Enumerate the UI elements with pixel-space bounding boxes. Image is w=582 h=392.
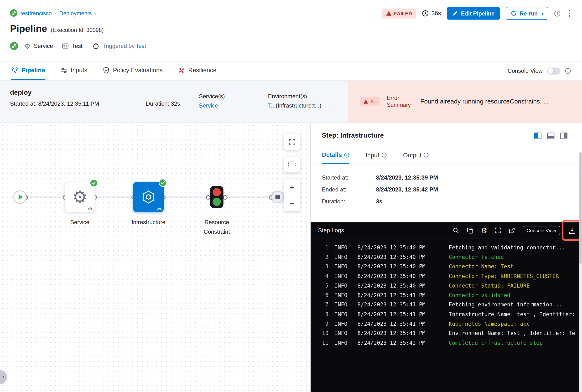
shield-check-icon [103, 67, 110, 74]
environment-icon [62, 43, 69, 49]
error-badge-label: F... [370, 99, 377, 104]
log-message: Environment Name: Test , Identifier: Te [449, 329, 575, 338]
start-node[interactable] [13, 190, 27, 204]
log-message: Connector Type: KUBERNETES_CLUSTER [449, 272, 559, 281]
code-tag: </> [88, 207, 93, 211]
main-content: ⚙ </> </> S [0, 123, 582, 392]
node-label-resource-constraint: Resource Constraint [193, 218, 241, 237]
more-options-menu[interactable] [566, 8, 572, 18]
services-label: Service(s) [199, 93, 225, 100]
node-infrastructure[interactable]: </> [133, 182, 164, 212]
environment-infra-text: (Infrastructure: [276, 102, 313, 108]
panel-collapse-handle[interactable]: ‹ [0, 370, 7, 384]
copy-icon[interactable] [467, 227, 473, 234]
log-line-number: 9 [318, 319, 329, 329]
rerun-button[interactable]: Re-run ▾ [506, 7, 548, 20]
log-timestamp: 8/24/2023 12:35:40 PM [358, 252, 449, 262]
log-settings-gear-icon[interactable]: ⚙ [481, 227, 487, 234]
stage-summary-bar: deploy Started at: 8/24/2023, 12:35:11 P… [0, 80, 582, 123]
pipeline-meta-row: ⚙ Service Test Triggered by test [10, 41, 146, 51]
zoom-in-button[interactable]: + [284, 179, 300, 195]
log-line: 8INFO8/24/2023 12:35:41 PMInfrastructure… [311, 310, 582, 319]
tab-details[interactable]: Details [322, 152, 349, 164]
log-timestamp: 8/24/2023 12:35:40 PM [358, 243, 449, 252]
log-level: INFO [334, 300, 354, 310]
log-line-number: 7 [318, 300, 329, 310]
triggered-by-user-link[interactable]: test [137, 43, 146, 49]
service-link[interactable]: Service [199, 102, 218, 108]
end-node[interactable] [271, 191, 284, 204]
log-level: INFO [334, 329, 354, 338]
gear-icon: ⚙ [72, 188, 87, 206]
layout-split-left-icon[interactable] [534, 132, 541, 139]
page-title: Pipeline [10, 23, 47, 34]
log-timestamp: 8/24/2023 12:35:40 PM [358, 262, 449, 272]
tab-resilience[interactable]: Resilience [178, 62, 216, 80]
step-details-grid: Started at: 8/24/2023, 12:35:39 PM Ended… [311, 164, 582, 205]
log-level: INFO [334, 262, 354, 272]
tab-inputs[interactable]: Inputs [61, 62, 87, 80]
search-icon[interactable] [453, 227, 459, 234]
log-level: INFO [334, 338, 354, 348]
marquee-select-button[interactable] [284, 157, 300, 173]
success-check-icon [90, 179, 98, 188]
tab-input[interactable]: Input [366, 152, 387, 164]
fit-to-screen-button[interactable] [284, 134, 300, 150]
console-view-button[interactable]: Console View [523, 226, 560, 235]
environment-link[interactable]: T... [268, 102, 276, 108]
tab-policy-label: Policy Evaluations [113, 67, 162, 74]
download-logs-button[interactable] [568, 226, 576, 234]
error-summary-label: Error Summary [387, 94, 414, 108]
layout-split-bottom-icon[interactable] [547, 132, 554, 139]
info-icon [381, 152, 387, 158]
status-badge: FAILED [382, 8, 416, 18]
services-value: Service [199, 102, 218, 109]
node-resource-constraint[interactable] [210, 186, 224, 208]
log-line: 2INFO8/24/2023 12:35:40 PMConnector fetc… [311, 252, 582, 262]
tab-policy-evaluations[interactable]: Policy Evaluations [103, 62, 162, 80]
tab-inputs-label: Inputs [71, 67, 87, 74]
tab-output[interactable]: Output [403, 152, 429, 164]
log-message: Kubernetes Namespace: abc [449, 319, 530, 329]
zoom-out-button[interactable]: − [284, 195, 300, 211]
open-external-icon[interactable] [509, 228, 515, 234]
infrastructure-hexagon-icon [141, 189, 156, 205]
console-view-toggle[interactable] [547, 67, 560, 74]
step-logs-title: Step Logs [318, 227, 344, 234]
rerun-label: Re-run [520, 10, 538, 16]
pipeline-canvas[interactable]: ⚙ </> </> S [0, 123, 310, 392]
layout-split-right-icon[interactable] [560, 132, 567, 139]
environments-value: T...(Infrastructure:t...) [268, 102, 322, 109]
detail-row: Ended at: 8/24/2023, 12:35:42 PM [322, 186, 582, 193]
stage-duration: Duration: 32s [146, 100, 180, 107]
breadcrumb-deployments-link[interactable]: Deployments [59, 10, 92, 16]
info-icon[interactable] [565, 68, 571, 74]
log-timestamp: 8/24/2023 12:35:40 PM [358, 281, 449, 291]
error-summary-zone: F... Error Summary Found already running… [348, 80, 582, 122]
log-line: 1INFO8/24/2023 12:35:40 PMFetching and v… [311, 243, 582, 252]
stage-name: deploy [10, 89, 32, 96]
log-line-number: 2 [318, 252, 329, 262]
info-icon[interactable] [554, 10, 560, 16]
execution-link-icon [10, 9, 18, 17]
service-link-icon [10, 42, 18, 50]
breadcrumb-project-link[interactable]: testfrancisco [21, 10, 52, 16]
log-line-number: 8 [318, 310, 329, 319]
tab-pipeline[interactable]: Pipeline [11, 62, 45, 80]
log-message: Completed infrastructure step [449, 338, 543, 348]
log-line: 4INFO8/24/2023 12:35:40 PMConnector Type… [311, 272, 582, 281]
step-logs-header: Step Logs ⚙ [311, 222, 582, 239]
scrollbar-track [579, 152, 582, 392]
node-service[interactable]: ⚙ </> [65, 182, 95, 212]
edit-pipeline-button[interactable]: Edit Pipeline [447, 7, 500, 20]
log-timestamp: 8/24/2023 12:35:42 PM [358, 338, 449, 348]
scrollbar-thumb[interactable] [579, 152, 581, 264]
log-message: Infrastructure Name: test , Identifier: [449, 310, 575, 319]
main-tab-bar: Pipeline Inputs Policy Evaluations Resil… [0, 61, 582, 80]
stopwatch-icon [93, 43, 99, 49]
log-level: INFO [334, 281, 354, 291]
node-label-infrastructure: Infrastructure [119, 218, 178, 227]
service-name: Service [34, 43, 53, 49]
fullscreen-icon[interactable] [495, 228, 501, 234]
infrastructure-link[interactable]: t... [313, 102, 319, 108]
